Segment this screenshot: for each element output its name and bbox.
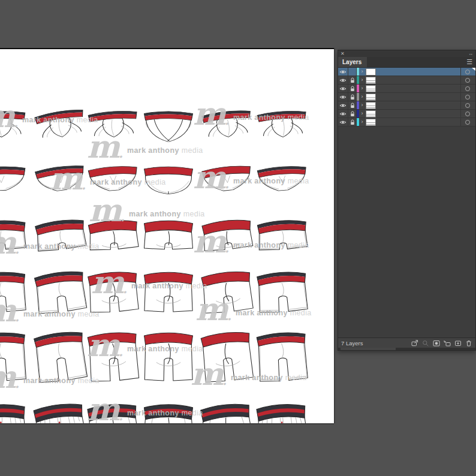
delete-selection-icon[interactable] [465, 340, 472, 347]
garment-boxers-three-quarter-front-left[interactable] [34, 400, 87, 423]
layer-row-boxers[interactable]: › [338, 118, 475, 126]
panel-footer: 7 Layers [338, 338, 475, 348]
garment-boxers-three-quarter-back-right[interactable] [201, 400, 254, 423]
garment-trunks-back[interactable] [142, 215, 195, 252]
garment-briefs-back[interactable] [142, 162, 195, 197]
layer-target-circle[interactable] [465, 78, 470, 83]
eye-icon [339, 86, 347, 91]
workspace-background: m. mark anthony mediam. mark anthony med… [0, 0, 476, 476]
visibility-toggle[interactable] [338, 101, 348, 109]
visibility-toggle[interactable] [338, 68, 348, 76]
garment-briefs-side-left[interactable] [87, 162, 140, 197]
garment-jockstrap-side-left[interactable] [0, 107, 28, 143]
garment-boxer-briefs-front[interactable] [0, 267, 28, 316]
layer-row-midway-briefs[interactable]: › [338, 110, 475, 118]
lock-toggle[interactable] [348, 93, 357, 101]
eye-icon [339, 112, 347, 116]
eye-icon [339, 103, 347, 108]
layer-row-briefs[interactable]: › [338, 85, 475, 93]
garment-boxers-side-back-left[interactable] [87, 400, 140, 423]
locate-object-icon[interactable] [422, 340, 429, 347]
lock-toggle[interactable] [348, 85, 357, 92]
close-icon[interactable]: ✕ [341, 52, 345, 56]
garment-midway-briefs-front[interactable] [0, 327, 28, 385]
disclosure-triangle[interactable]: › [359, 85, 365, 92]
visibility-toggle[interactable] [338, 118, 348, 126]
garment-trunks-three-quarter-front-left[interactable] [34, 215, 87, 252]
layer-row-watermark[interactable]: › [338, 68, 475, 76]
garment-midway-briefs-side-back-left[interactable] [87, 327, 140, 385]
lock-icon [350, 119, 355, 125]
lock-toggle[interactable] [348, 118, 357, 126]
garment-boxers-front[interactable] [0, 400, 28, 423]
garment-boxer-briefs-side-back-left[interactable] [87, 267, 140, 316]
garment-midway-briefs-three-quarter-front-left[interactable] [34, 327, 87, 385]
visibility-toggle[interactable] [338, 93, 348, 101]
garment-jockstrap-side-right[interactable] [256, 107, 309, 143]
visibility-toggle[interactable] [338, 85, 348, 92]
visibility-toggle[interactable] [338, 110, 348, 118]
garment-jockstrap-back[interactable] [142, 107, 195, 143]
garment-midway-briefs-three-quarter-back-right[interactable] [201, 327, 254, 385]
garment-briefs-three-quarter-right[interactable] [256, 162, 309, 197]
lock-toggle[interactable] [348, 68, 357, 76]
layer-target-circle[interactable] [465, 70, 470, 74]
lock-toggle[interactable] [348, 76, 357, 84]
garment-boxer-briefs-three-quarter-back-right[interactable] [201, 267, 254, 316]
layer-thumbnail[interactable] [366, 94, 376, 101]
garment-briefs-front-left[interactable] [0, 162, 28, 197]
garment-briefs-three-quarter-front-right[interactable] [201, 162, 254, 197]
panel-scrollbar[interactable] [338, 348, 475, 350]
layer-thumbnail[interactable] [366, 77, 376, 84]
layer-thumbnail[interactable] [366, 102, 376, 109]
disclosure-triangle[interactable]: › [359, 76, 365, 84]
lock-toggle[interactable] [348, 110, 357, 118]
garment-midway-briefs-three-quarter-front-right[interactable] [256, 327, 309, 385]
disclosure-triangle[interactable]: › [359, 68, 365, 76]
layers-panel: ✕ ↔ Layers ☰ ››››››› 7 Layers [338, 50, 476, 351]
garment-boxers-three-quarter-front-right[interactable] [256, 400, 309, 423]
panel-menu-icon[interactable]: ☰ [466, 58, 472, 66]
garment-jockstrap-front-left[interactable] [87, 107, 140, 143]
garment-trunks-side-back-left[interactable] [87, 215, 140, 252]
disclosure-triangle[interactable]: › [359, 93, 365, 101]
layer-row-boxer-briefs[interactable]: › [338, 101, 475, 110]
layer-target-circle[interactable] [465, 112, 470, 116]
new-layer-icon[interactable] [454, 340, 462, 347]
layer-target-circle[interactable] [465, 86, 470, 91]
garment-trunks-three-quarter-back-right[interactable] [201, 215, 254, 252]
garment-boxer-briefs-back[interactable] [142, 267, 195, 316]
layer-thumbnail[interactable] [366, 68, 376, 76]
layer-row-trunks[interactable]: › [338, 93, 475, 101]
new-sublayer-icon[interactable] [444, 340, 451, 347]
footer-icon-group [411, 340, 472, 347]
garment-jockstrap-three-quarter-front-left[interactable] [34, 107, 87, 143]
garment-jockstrap-three-quarter-back-right[interactable] [201, 107, 254, 143]
make-clipping-mask-icon[interactable] [433, 340, 440, 347]
garment-boxer-briefs-three-quarter-front-left[interactable] [34, 267, 87, 316]
garment-boxer-briefs-three-quarter-front-right[interactable] [256, 267, 309, 316]
layer-target-circle[interactable] [465, 103, 470, 108]
garment-midway-briefs-back[interactable] [142, 327, 195, 385]
disclosure-triangle[interactable]: › [359, 118, 365, 126]
artboard[interactable]: m. mark anthony mediam. mark anthony med… [0, 48, 334, 423]
layer-row-jockstrap[interactable]: › [338, 76, 475, 85]
garment-boxers-back[interactable] [142, 400, 195, 423]
collapse-panel-icon[interactable]: ↔ [468, 52, 473, 56]
visibility-toggle[interactable] [338, 76, 348, 84]
eye-icon [339, 120, 347, 125]
selection-corner-indicator [472, 68, 475, 71]
garment-trunks-front[interactable] [0, 215, 28, 252]
layer-thumbnail[interactable] [366, 110, 376, 118]
lock-toggle[interactable] [348, 101, 357, 109]
layer-thumbnail[interactable] [366, 119, 376, 126]
layer-thumbnail[interactable] [366, 85, 376, 92]
disclosure-triangle[interactable]: › [359, 101, 365, 109]
collect-for-export-icon[interactable] [411, 340, 418, 347]
tab-layers[interactable]: Layers [338, 57, 367, 67]
garment-trunks-three-quarter-front-right[interactable] [256, 215, 309, 252]
garment-briefs-three-quarter-front-left[interactable] [34, 162, 87, 197]
layer-target-circle[interactable] [465, 120, 470, 125]
layer-target-circle[interactable] [465, 95, 470, 100]
disclosure-triangle[interactable]: › [359, 110, 365, 118]
